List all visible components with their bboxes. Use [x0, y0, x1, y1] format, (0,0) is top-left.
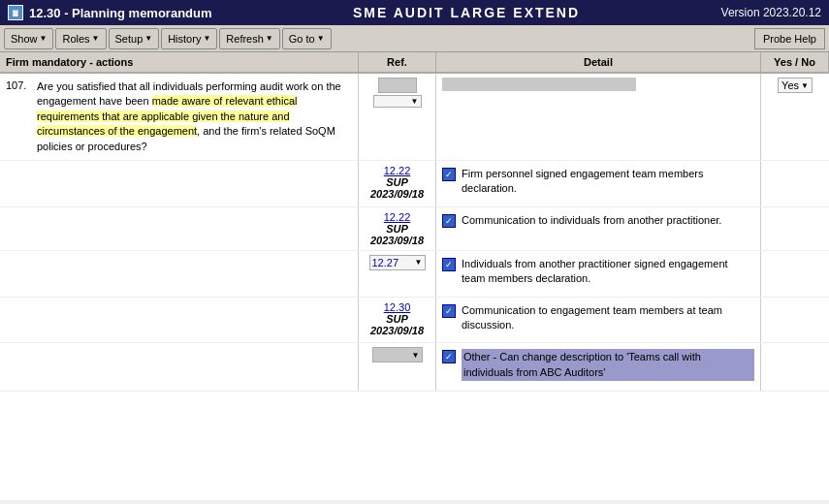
window-title: 12.30 - Planning memorandum — [29, 6, 212, 20]
gray-ref-box-4 — [375, 349, 404, 361]
detail-gray-bar — [442, 78, 636, 91]
entry-row-2: 12.27 ▼ ✓ Individuals from another pract… — [0, 251, 829, 298]
empty-question-0 — [0, 161, 359, 206]
ref-block-2: 12.27 ▼ — [359, 251, 436, 297]
setup-dropdown-arrow: ▼ — [144, 34, 152, 43]
ref-dropdown-2[interactable]: 12.27 ▼ — [369, 255, 426, 270]
entry-row-1: 12.22 SUP 2023/09/18 ✓ Communication to … — [0, 207, 829, 251]
question-number: 107. — [6, 79, 33, 154]
column-headers: Firm mandatory - actions Ref. Detail Yes… — [0, 52, 829, 74]
first-ref-cell: ▼ — [359, 74, 436, 160]
empty-yesno-4 — [761, 343, 829, 391]
ref-date-0: 2023/09/18 — [370, 188, 424, 200]
empty-question-4 — [0, 343, 359, 391]
highlighted-text: made aware of relevant ethical requireme… — [37, 95, 297, 137]
detail-text-3: Communication to engagement team members… — [462, 303, 754, 333]
title-bar-left: 📋 12.30 - Planning memorandum — [8, 5, 212, 20]
ref-link-2: 12.27 — [372, 257, 399, 268]
roles-dropdown-arrow: ▼ — [92, 34, 100, 43]
gray-ref-dropdown-arrow-4: ▼ — [412, 351, 420, 360]
ref-block-0: 12.22 SUP 2023/09/18 — [359, 161, 436, 206]
refresh-button[interactable]: Refresh ▼ — [219, 28, 279, 49]
empty-question-2 — [0, 251, 359, 297]
version: Version 2023.20.12 — [721, 6, 821, 19]
detail-row-0: ✓ Firm personnel signed engagement team … — [442, 165, 754, 199]
toolbar: Show ▼ Roles ▼ Setup ▼ History ▼ Refresh… — [0, 25, 829, 52]
detail-cell-4: ✓ Other - Can change description to 'Tea… — [436, 343, 761, 391]
empty-yesno-2 — [761, 251, 829, 297]
refresh-dropdown-arrow: ▼ — [266, 34, 273, 43]
history-button[interactable]: History ▼ — [161, 28, 217, 49]
col-yesno: Yes / No — [761, 52, 829, 72]
empty-yesno-1 — [761, 207, 829, 250]
checkbox-2[interactable]: ✓ — [442, 258, 456, 271]
col-firm-mandatory: Firm mandatory - actions — [0, 52, 359, 72]
empty-question-1 — [0, 207, 359, 250]
col-ref: Ref. — [359, 52, 436, 72]
detail-text-2: Individuals from another practitioner si… — [462, 257, 754, 287]
first-ref-dropdown[interactable]: ▼ — [373, 95, 422, 108]
setup-button[interactable]: Setup ▼ — [109, 28, 160, 49]
yesno-dropdown[interactable]: Yes ▼ — [778, 78, 813, 93]
ref-block-1: 12.22 SUP 2023/09/18 — [359, 207, 436, 250]
entry-row-3: 12.30 SUP 2023/09/18 ✓ Communication to … — [0, 298, 829, 344]
yesno-cell: Yes ▼ — [761, 74, 829, 160]
ref-label-3: SUP — [386, 313, 408, 325]
gray-ref-dropdown-4[interactable]: ▼ — [372, 347, 423, 362]
question-cell: 107. Are you satisfied that all individu… — [0, 74, 359, 160]
roles-button[interactable]: Roles ▼ — [55, 28, 106, 49]
goto-button[interactable]: Go to ▼ — [282, 28, 332, 49]
empty-question-3 — [0, 298, 359, 343]
app-icon: 📋 — [8, 5, 23, 20]
empty-yesno-0 — [761, 161, 829, 206]
question-text: Are you satisfied that all individuals p… — [37, 79, 352, 154]
audit-type: SME AUDIT LARGE EXTEND — [353, 5, 580, 20]
ref-link-3[interactable]: 12.30 — [384, 301, 411, 313]
ref-label-1: SUP — [386, 223, 408, 235]
content-area: 107. Are you satisfied that all individu… — [0, 74, 829, 500]
detail-text-4: Other - Can change description to 'Teams… — [462, 349, 754, 381]
checkbox-4[interactable]: ✓ — [442, 350, 456, 363]
checkbox-3[interactable]: ✓ — [442, 304, 456, 318]
checkbox-1[interactable]: ✓ — [442, 214, 456, 228]
detail-row-3: ✓ Communication to engagement team membe… — [442, 301, 754, 335]
ref-link-1[interactable]: 12.22 — [384, 211, 411, 223]
ref-date-3: 2023/09/18 — [370, 325, 424, 336]
title-bar: 📋 12.30 - Planning memorandum SME AUDIT … — [0, 0, 829, 25]
yesno-dropdown-arrow: ▼ — [801, 81, 809, 90]
ref-link-0[interactable]: 12.22 — [384, 165, 411, 176]
ref-dropdown-arrow-2: ▼ — [415, 258, 423, 267]
goto-dropdown-arrow: ▼ — [317, 34, 325, 43]
detail-cell-1: ✓ Communication to individuals from anot… — [436, 207, 761, 250]
probe-help-button[interactable]: Probe Help — [754, 28, 825, 49]
first-detail-cell — [436, 74, 761, 160]
ref-block-4: ▼ — [359, 343, 436, 391]
detail-text-0: Firm personnel signed engagement team me… — [462, 167, 754, 197]
detail-cell-0: ✓ Firm personnel signed engagement team … — [436, 161, 761, 206]
history-dropdown-arrow: ▼ — [203, 34, 210, 43]
detail-row-2: ✓ Individuals from another practitioner … — [442, 255, 754, 289]
question-row: 107. Are you satisfied that all individu… — [0, 74, 829, 161]
detail-text-1: Communication to individuals from anothe… — [462, 213, 721, 228]
empty-yesno-3 — [761, 298, 829, 343]
col-detail: Detail — [436, 52, 761, 72]
ref-date-1: 2023/09/18 — [370, 235, 424, 246]
detail-cell-3: ✓ Communication to engagement team membe… — [436, 298, 761, 343]
show-button[interactable]: Show ▼ — [4, 28, 53, 49]
entry-row-4: ▼ ✓ Other - Can change description to 'T… — [0, 343, 829, 392]
detail-row-4: ✓ Other - Can change description to 'Tea… — [442, 347, 754, 383]
checkbox-0[interactable]: ✓ — [442, 168, 456, 181]
ref-gray-box — [378, 78, 417, 93]
show-dropdown-arrow: ▼ — [40, 34, 48, 43]
ref-block-3: 12.30 SUP 2023/09/18 — [359, 298, 436, 343]
ref-label-0: SUP — [386, 176, 408, 188]
detail-row-1: ✓ Communication to individuals from anot… — [442, 211, 754, 230]
detail-cell-2: ✓ Individuals from another practitioner … — [436, 251, 761, 297]
entry-row-0: 12.22 SUP 2023/09/18 ✓ Firm personnel si… — [0, 161, 829, 207]
